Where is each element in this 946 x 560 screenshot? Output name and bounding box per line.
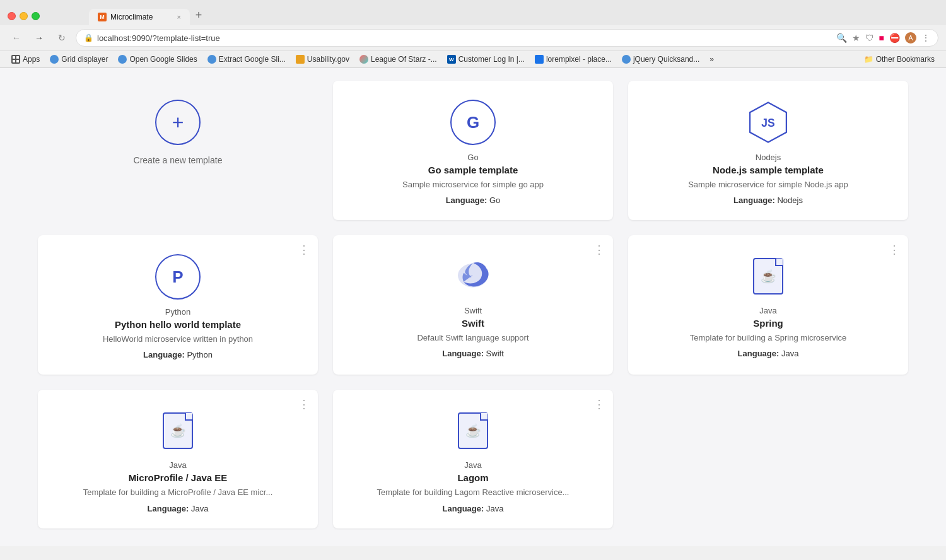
bookmark-open-google-slides[interactable]: Open Google Slides xyxy=(114,54,201,65)
microprofile-card-title: MicroProfile / Java EE xyxy=(129,472,228,483)
spring-icon: ☕ xyxy=(749,254,787,298)
bookmark-grid-displayer-label: Grid displayer xyxy=(61,55,108,64)
create-new-label: Create a new template xyxy=(134,155,223,165)
go-sample-card[interactable]: G Go Go sample template Sample microserv… xyxy=(333,81,613,220)
microprofile-card-menu[interactable]: ⋮ xyxy=(298,397,310,411)
bookmark-more[interactable]: » xyxy=(706,54,718,65)
address-bar[interactable]: 🔒 localhost:9090/?template-list=true 🔍 ★… xyxy=(76,29,938,47)
swift-lang-tag-label: Language: xyxy=(442,349,484,358)
python-letter: P xyxy=(172,267,183,287)
java-file-body: ☕ xyxy=(753,258,783,295)
go-lang-label: Go xyxy=(467,153,478,162)
go-lang-tag-label: Language: xyxy=(446,195,488,205)
page-content: + Create a new template G Go Go sample t… xyxy=(0,68,946,546)
lagom-coffee-icon: ☕ xyxy=(465,423,481,438)
address-bar-row: ← → ↻ 🔒 localhost:9090/?template-list=tr… xyxy=(0,25,946,50)
new-tab-button[interactable]: + xyxy=(190,6,207,24)
spring-card-menu[interactable]: ⋮ xyxy=(889,243,901,257)
lagom-icon: ☕ xyxy=(454,409,492,453)
go-lang-tag: Language: Go xyxy=(446,195,501,205)
coffee-icon: ☕ xyxy=(761,269,776,284)
microprofile-lang-tag-label: Language: xyxy=(148,504,189,513)
swift-card-menu[interactable]: ⋮ xyxy=(593,243,605,257)
minimize-button[interactable] xyxy=(20,12,28,20)
nodejs-sample-card[interactable]: JS Nodejs Node.js sample template Sample… xyxy=(628,81,908,220)
block-icon[interactable]: ⛔ xyxy=(889,33,900,43)
swift-bird-svg xyxy=(454,253,492,300)
create-new-icon: + xyxy=(155,100,201,145)
lagom-lang-tag: Language: Java xyxy=(443,504,504,513)
go-lang-tag-value: Go xyxy=(489,195,500,205)
menu-icon[interactable]: ⋮ xyxy=(921,33,930,43)
bookmark-lorempixel[interactable]: lorempixel - place... xyxy=(531,54,616,65)
tab-favicon: M xyxy=(98,13,107,21)
tab-close-button[interactable]: × xyxy=(177,13,181,21)
nodejs-card-desc: Sample microservice for simple Node.js a… xyxy=(688,179,848,190)
folder-icon: 📁 xyxy=(864,55,873,64)
create-new-template-card[interactable]: + Create a new template xyxy=(38,81,318,220)
lock-icon: 🔒 xyxy=(84,33,93,42)
microprofile-lang-tag: Language: Java xyxy=(148,504,209,513)
microprofile-card[interactable]: ⋮ ☕ Java MicroProfile / Java EE Template… xyxy=(38,390,318,528)
refresh-button[interactable]: ↻ xyxy=(53,29,71,47)
swift-card-desc: Default Swift language support xyxy=(417,332,528,344)
active-tab[interactable]: M Microclimate × xyxy=(89,9,190,25)
spring-card-title: Spring xyxy=(753,318,783,329)
bookmark-league[interactable]: League Of Starz -... xyxy=(356,54,441,65)
bookmark-league-label: League Of Starz -... xyxy=(371,55,437,64)
microprofile-card-desc: Template for building a MicroProfile / J… xyxy=(83,487,273,498)
go-icon-circle: G xyxy=(450,100,496,145)
swift-lang-label: Swift xyxy=(464,306,482,315)
python-hello-card[interactable]: ⋮ P Python Python hello world template H… xyxy=(38,235,318,375)
swift-card[interactable]: ⋮ Swift Swift Default Swift language sup… xyxy=(333,235,613,375)
nodejs-card-title: Node.js sample template xyxy=(713,165,824,175)
url-text: localhost:9090/?template-list=true xyxy=(97,33,220,43)
bookmark-apps[interactable]: Apps xyxy=(8,54,44,65)
lagom-card-menu[interactable]: ⋮ xyxy=(593,397,605,411)
google-slides-icon xyxy=(118,55,127,64)
forward-button[interactable]: → xyxy=(30,29,48,47)
swift-lang-tag-value: Swift xyxy=(486,349,504,358)
python-lang-tag-value: Python xyxy=(187,350,212,359)
python-card-title: Python hello world template xyxy=(115,319,241,330)
microprofile-icon: ☕ xyxy=(159,409,197,453)
swift-icon xyxy=(454,254,492,298)
python-lang-label: Python xyxy=(165,307,190,317)
bookmark-usability[interactable]: Usability.gov xyxy=(292,54,353,65)
nodejs-hex-svg: JS xyxy=(746,100,790,144)
lagom-card-desc: Template for building Lagom Reactive mic… xyxy=(377,487,569,498)
extension-icon[interactable]: ■ xyxy=(879,33,884,43)
bookmark-apps-label: Apps xyxy=(23,55,40,64)
maximize-button[interactable] xyxy=(32,12,40,20)
bookmark-grid-displayer[interactable]: Grid displayer xyxy=(46,54,112,65)
back-button[interactable]: ← xyxy=(8,29,25,47)
nodejs-icon-hex: JS xyxy=(745,100,791,145)
microprofile-lang-label: Java xyxy=(169,460,186,470)
spring-card[interactable]: ⋮ ☕ Java Spring Template for building a … xyxy=(628,235,908,375)
lagom-card[interactable]: ⋮ ☕ Java Lagom Template for building Lag… xyxy=(333,390,613,528)
python-lang-tag: Language: Python xyxy=(143,350,213,359)
spring-lang-tag-label: Language: xyxy=(738,349,780,358)
bookmark-usability-label: Usability.gov xyxy=(307,55,349,64)
bookmark-customer-log-label: Customer Log In |... xyxy=(458,55,525,64)
profile-icon[interactable]: A xyxy=(905,32,916,44)
close-button[interactable] xyxy=(8,12,16,20)
address-bar-icons: 🔍 ★ 🛡 ■ ⛔ A ⋮ xyxy=(836,32,930,44)
star-icon[interactable]: ★ xyxy=(852,33,860,43)
lagom-card-title: Lagom xyxy=(457,472,488,483)
bookmark-lorempixel-label: lorempixel - place... xyxy=(546,55,612,64)
search-icon[interactable]: 🔍 xyxy=(836,33,847,43)
title-bar: M Microclimate × + xyxy=(0,0,946,25)
bookmark-extract-google[interactable]: Extract Google Sli... xyxy=(204,54,289,65)
bookmark-customer-log[interactable]: W Customer Log In |... xyxy=(443,54,528,65)
microprofile-file-fold xyxy=(185,413,192,421)
bookmark-jquery[interactable]: jQuery Quicksand... xyxy=(618,54,703,65)
go-card-desc: Sample microservice for simple go app xyxy=(402,179,544,190)
other-bookmarks[interactable]: 📁 Other Bookmarks xyxy=(860,54,938,65)
python-card-menu[interactable]: ⋮ xyxy=(298,243,310,257)
tab-title: Microclimate xyxy=(110,13,153,21)
lorempixel-icon xyxy=(535,55,544,64)
lagom-lang-tag-value: Java xyxy=(486,504,503,513)
bookmark-jquery-label: jQuery Quicksand... xyxy=(633,55,699,64)
spring-lang-label: Java xyxy=(759,306,776,315)
